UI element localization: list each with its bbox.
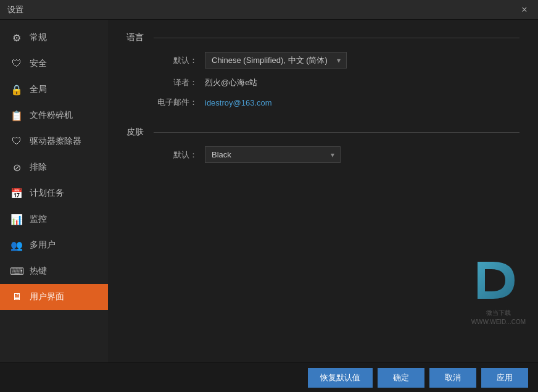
sidebar-item-shredder[interactable]: 📋 文件粉碎机 (0, 102, 108, 128)
sidebar-item-exclusions[interactable]: ⊘ 排除 (0, 154, 108, 180)
close-button[interactable]: × (518, 4, 531, 16)
ok-button[interactable]: 确定 (378, 368, 424, 388)
sidebar-label-exclusions: 排除 (30, 162, 47, 173)
sidebar-label-driver: 驱动器擦除器 (30, 136, 81, 147)
skin-section-header: 皮肤 (126, 127, 519, 138)
shield-icon: 🛡 (10, 57, 23, 70)
translator-label: 译者： (151, 77, 197, 88)
sidebar-item-security[interactable]: 🛡 安全 (0, 51, 108, 77)
monitor-icon: 📊 (10, 212, 23, 226)
titlebar: 设置 × (0, 0, 538, 20)
logo-icon (471, 256, 521, 305)
skin-section-title: 皮肤 (126, 127, 144, 138)
sidebar-item-ui[interactable]: 🖥 用户界面 (0, 284, 108, 310)
content-area: 语言 默认： Chinese (Simplified), 中文 (简体) Eng… (108, 20, 538, 362)
skin-section: 皮肤 默认： Black White Dark (126, 127, 519, 163)
sidebar-item-monitor[interactable]: 📊 监控 (0, 206, 108, 232)
watermark-text-2: WWW.WEID...COM (471, 319, 526, 325)
lock-icon: 🔒 (10, 83, 23, 96)
shredder-icon: 📋 (10, 109, 23, 122)
main-layout: ⚙ 常规 🛡 安全 🔒 全局 📋 文件粉碎机 🛡 驱动器擦除器 ⊘ 排除 📅 计… (0, 20, 538, 362)
bottom-bar: 恢复默认值 确定 取消 应用 (0, 362, 538, 392)
users-icon: 👥 (10, 238, 23, 252)
sidebar-item-general[interactable]: ⚙ 常规 (0, 25, 108, 51)
email-row: 电子邮件： idestroy@163.com (126, 97, 519, 108)
sidebar: ⚙ 常规 🛡 安全 🔒 全局 📋 文件粉碎机 🛡 驱动器擦除器 ⊘ 排除 📅 计… (0, 20, 108, 362)
language-select-wrapper: Chinese (Simplified), 中文 (简体) English (205, 52, 347, 69)
sidebar-item-global[interactable]: 🔒 全局 (0, 77, 108, 102)
language-default-label: 默认： (151, 55, 197, 66)
sidebar-label-global: 全局 (30, 84, 47, 95)
keyboard-icon: ⌨ (10, 264, 23, 278)
sidebar-label-scheduler: 计划任务 (30, 188, 64, 199)
watermark-text-1: 微当下载 (471, 309, 526, 317)
language-section: 语言 默认： Chinese (Simplified), 中文 (简体) Eng… (126, 32, 519, 108)
sidebar-item-multiuser[interactable]: 👥 多用户 (0, 232, 108, 258)
window-title: 设置 (7, 4, 23, 15)
language-section-header: 语言 (126, 32, 519, 43)
logo-area: 微当下载 WWW.WEID...COM (471, 256, 526, 325)
email-label: 电子邮件： (151, 97, 197, 108)
skin-default-label: 默认： (151, 149, 197, 161)
skin-select[interactable]: Black White Dark (205, 146, 341, 163)
sidebar-label-security: 安全 (30, 58, 47, 69)
language-section-divider (154, 38, 519, 38)
gear-icon: ⚙ (10, 31, 23, 44)
translator-row: 译者： 烈火@心海e站 (126, 77, 519, 88)
sidebar-label-general: 常规 (30, 32, 47, 43)
calendar-icon: 📅 (10, 186, 23, 200)
skin-select-wrapper: Black White Dark (205, 146, 341, 163)
apply-button[interactable]: 应用 (481, 368, 528, 388)
ui-icon: 🖥 (10, 290, 23, 304)
translator-value: 烈火@心海e站 (205, 77, 257, 88)
language-select[interactable]: Chinese (Simplified), 中文 (简体) English (205, 52, 347, 69)
sidebar-item-driver[interactable]: 🛡 驱动器擦除器 (0, 128, 108, 154)
exclude-icon: ⊘ (10, 161, 23, 174)
language-default-row: 默认： Chinese (Simplified), 中文 (简体) Englis… (126, 52, 519, 69)
language-section-title: 语言 (126, 32, 144, 43)
sidebar-label-shredder: 文件粉碎机 (30, 110, 73, 121)
cancel-button[interactable]: 取消 (429, 368, 476, 388)
sidebar-label-hotkeys: 热键 (30, 265, 47, 277)
driver-icon: 🛡 (10, 135, 23, 148)
sidebar-label-multiuser: 多用户 (30, 240, 56, 251)
sidebar-item-hotkeys[interactable]: ⌨ 热键 (0, 258, 108, 284)
skin-section-divider (154, 132, 519, 133)
sidebar-item-scheduler[interactable]: 📅 计划任务 (0, 180, 108, 206)
restore-defaults-button[interactable]: 恢复默认值 (308, 368, 373, 388)
email-link[interactable]: idestroy@163.com (205, 98, 272, 107)
sidebar-label-ui: 用户界面 (30, 291, 64, 302)
skin-default-row: 默认： Black White Dark (126, 146, 519, 163)
sidebar-label-monitor: 监控 (30, 214, 47, 225)
